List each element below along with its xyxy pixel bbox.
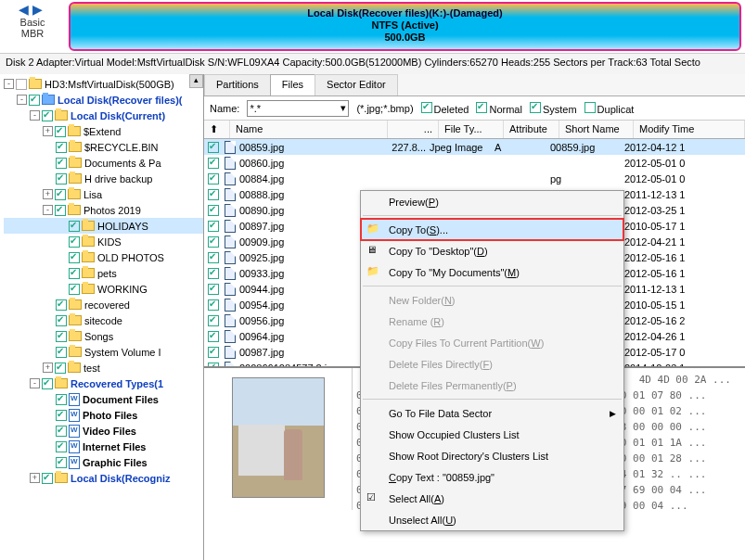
tree-node[interactable]: +test bbox=[4, 360, 203, 375]
directory-tree[interactable]: ▴ -HD3:MsftVirtualDisk(500GB)-Local Disk… bbox=[0, 74, 204, 560]
file-row[interactable]: 00859.jpg227.8...Jpeg ImageA00859.jpg201… bbox=[204, 139, 745, 155]
tree-checkbox[interactable] bbox=[16, 79, 27, 90]
deleted-checkbox[interactable] bbox=[421, 102, 432, 113]
expander-icon[interactable]: + bbox=[30, 473, 40, 483]
name-filter-combo[interactable]: *.*▾ bbox=[247, 100, 349, 117]
file-checkbox[interactable] bbox=[208, 363, 219, 367]
tab-partitions[interactable]: Partitions bbox=[204, 74, 271, 95]
tree-node[interactable]: System Volume I bbox=[4, 344, 203, 360]
tree-checkbox[interactable] bbox=[69, 252, 80, 263]
tree-node[interactable]: recovered bbox=[4, 297, 203, 312]
tree-node[interactable]: Graphic Files bbox=[4, 454, 203, 470]
menu-item[interactable]: Show Root Directory's Clusters List bbox=[361, 445, 623, 466]
tree-checkbox[interactable] bbox=[55, 126, 66, 137]
duplicate-checkbox[interactable] bbox=[584, 102, 596, 113]
tree-node[interactable]: Document Files bbox=[4, 391, 203, 407]
col-name[interactable]: Name bbox=[230, 121, 388, 138]
menu-item[interactable]: Copy Text : "00859.jpg" bbox=[361, 466, 623, 488]
file-checkbox[interactable] bbox=[208, 252, 219, 263]
menu-item[interactable]: ☑Select All(A) bbox=[361, 488, 623, 509]
file-checkbox[interactable] bbox=[208, 236, 219, 248]
expander-icon[interactable]: + bbox=[43, 189, 53, 199]
menu-item[interactable]: Unselect All(U) bbox=[361, 509, 623, 530]
tree-checkbox[interactable] bbox=[42, 473, 53, 484]
tree-scroll-up-icon[interactable]: ▴ bbox=[189, 74, 203, 88]
tree-checkbox[interactable] bbox=[42, 378, 53, 389]
tree-node[interactable]: -Local Disk(Recover files)( bbox=[4, 92, 203, 108]
tree-checkbox[interactable] bbox=[56, 299, 67, 311]
file-checkbox[interactable] bbox=[208, 315, 219, 326]
expander-icon[interactable]: + bbox=[43, 126, 53, 136]
expander-icon[interactable]: - bbox=[4, 79, 14, 89]
file-checkbox[interactable] bbox=[208, 189, 219, 200]
tree-checkbox[interactable] bbox=[69, 221, 80, 232]
tree-checkbox[interactable] bbox=[29, 95, 40, 106]
tree-checkbox[interactable] bbox=[56, 426, 67, 437]
normal-checkbox[interactable] bbox=[476, 102, 487, 113]
tree-node[interactable]: -Photos 2019 bbox=[4, 202, 203, 218]
file-checkbox[interactable] bbox=[208, 173, 219, 185]
expander-icon[interactable]: - bbox=[43, 205, 53, 215]
tree-checkbox[interactable] bbox=[55, 205, 66, 216]
tree-node[interactable]: pets bbox=[4, 265, 203, 281]
tree-checkbox[interactable] bbox=[69, 284, 80, 295]
tree-node[interactable]: +$Extend bbox=[4, 123, 203, 139]
tree-checkbox[interactable] bbox=[56, 158, 67, 169]
tab-files[interactable]: Files bbox=[270, 74, 315, 95]
file-row[interactable]: 00860.jpg2012-05-01 0 bbox=[204, 155, 745, 171]
tree-node[interactable]: +Lisa bbox=[4, 186, 203, 202]
file-checkbox[interactable] bbox=[208, 158, 219, 169]
expander-icon[interactable]: + bbox=[43, 363, 53, 373]
tree-checkbox[interactable] bbox=[69, 236, 80, 248]
tree-node[interactable]: Photo Files bbox=[4, 407, 203, 423]
col-attribute[interactable]: Attribute bbox=[504, 121, 559, 138]
file-checkbox[interactable] bbox=[208, 284, 219, 295]
menu-item[interactable]: 📁Copy To(S)... bbox=[361, 219, 623, 240]
file-checkbox[interactable] bbox=[208, 347, 219, 358]
tree-checkbox[interactable] bbox=[56, 441, 67, 452]
tree-node[interactable]: sitecode bbox=[4, 312, 203, 328]
tree-checkbox[interactable] bbox=[56, 331, 67, 342]
file-row[interactable]: 00884.jpgpg2012-05-01 0 bbox=[204, 171, 745, 186]
tab-sector-editor[interactable]: Sector Editor bbox=[315, 74, 398, 95]
partition-banner[interactable]: Local Disk(Recover files)(K:)-(Damaged) … bbox=[69, 2, 741, 51]
tree-node[interactable]: Documents & Pa bbox=[4, 155, 203, 171]
tree-checkbox[interactable] bbox=[56, 347, 67, 358]
tree-node[interactable]: -HD3:MsftVirtualDisk(500GB) bbox=[4, 76, 203, 92]
menu-item[interactable]: Preview(P) bbox=[361, 191, 623, 212]
expander-icon[interactable]: - bbox=[17, 95, 27, 105]
up-folder-icon[interactable]: ⬆ bbox=[204, 121, 230, 138]
tree-node[interactable]: OLD PHOTOS bbox=[4, 249, 203, 265]
tree-checkbox[interactable] bbox=[42, 110, 53, 121]
tree-node[interactable]: Songs bbox=[4, 328, 203, 344]
menu-item[interactable]: Go To File Data Sector▶ bbox=[361, 402, 623, 424]
tree-checkbox[interactable] bbox=[56, 457, 67, 468]
tree-checkbox[interactable] bbox=[56, 315, 67, 326]
file-checkbox[interactable] bbox=[208, 299, 219, 311]
col-shortname[interactable]: Short Name bbox=[559, 121, 634, 138]
col-filetype[interactable]: File Ty... bbox=[439, 121, 504, 138]
file-checkbox[interactable] bbox=[208, 142, 219, 153]
tree-checkbox[interactable] bbox=[55, 189, 66, 200]
system-checkbox[interactable] bbox=[530, 102, 541, 113]
tree-checkbox[interactable] bbox=[56, 394, 67, 405]
tree-checkbox[interactable] bbox=[69, 268, 80, 279]
tree-node[interactable]: H drive backup bbox=[4, 171, 203, 186]
tree-node[interactable]: +Local Disk(Recogniz bbox=[4, 470, 203, 486]
tree-checkbox[interactable] bbox=[55, 363, 66, 374]
menu-item[interactable]: 📁Copy To "My Documents"(M) bbox=[361, 261, 623, 283]
tree-node[interactable]: $RECYCLE.BIN bbox=[4, 139, 203, 155]
expander-icon[interactable]: - bbox=[30, 378, 40, 388]
file-checkbox[interactable] bbox=[208, 221, 219, 232]
file-checkbox[interactable] bbox=[208, 268, 219, 279]
tree-checkbox[interactable] bbox=[56, 173, 67, 185]
tree-node[interactable]: WORKING bbox=[4, 281, 203, 297]
file-checkbox[interactable] bbox=[208, 331, 219, 342]
tree-node[interactable]: -Local Disk(Current) bbox=[4, 108, 203, 123]
menu-item[interactable]: 🖥Copy To "Desktop"(D) bbox=[361, 240, 623, 261]
tree-node[interactable]: KIDS bbox=[4, 234, 203, 249]
tree-node[interactable]: HOLIDAYS bbox=[4, 218, 203, 234]
col-modify[interactable]: Modify Time bbox=[634, 121, 745, 138]
tree-node[interactable]: Video Files bbox=[4, 423, 203, 439]
nav-arrows[interactable]: ◀▶ bbox=[0, 2, 65, 17]
